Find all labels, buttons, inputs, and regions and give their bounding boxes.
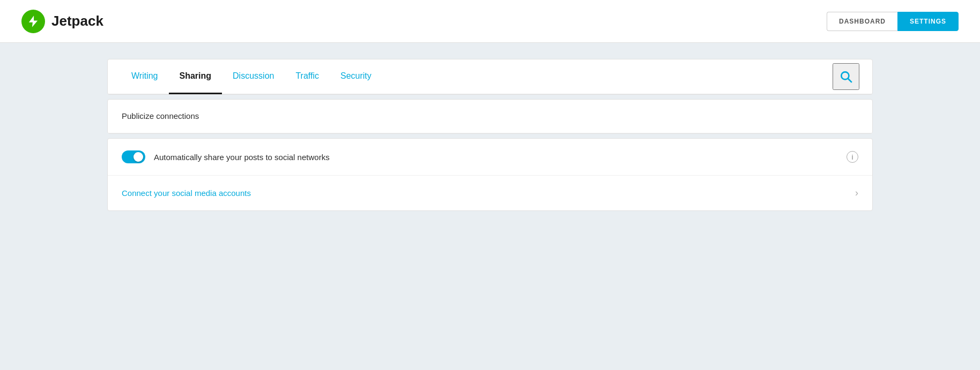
connect-social-link[interactable]: Connect your social media accounts xyxy=(122,188,855,198)
toggle-track xyxy=(122,150,145,163)
toggle-thumb xyxy=(133,152,143,162)
settings-button[interactable]: SETTINGS xyxy=(897,12,959,31)
tab-traffic[interactable]: Traffic xyxy=(285,59,330,94)
svg-point-0 xyxy=(841,72,849,79)
dashboard-button[interactable]: DASHBOARD xyxy=(827,12,897,31)
logo-area: Jetpack xyxy=(21,10,103,33)
main-content: Writing Sharing Discussion Traffic Secur… xyxy=(0,43,980,231)
svg-line-1 xyxy=(848,79,852,82)
toggle-label: Automatically share your posts to social… xyxy=(154,153,847,162)
publicize-title-card: Publicize connections xyxy=(107,99,873,134)
header-nav: DASHBOARD SETTINGS xyxy=(827,12,959,31)
auto-share-toggle[interactable] xyxy=(122,150,145,163)
header: Jetpack DASHBOARD SETTINGS xyxy=(0,0,980,43)
jetpack-bolt-icon xyxy=(26,14,40,28)
logo-text: Jetpack xyxy=(51,13,103,29)
tabs-card: Writing Sharing Discussion Traffic Secur… xyxy=(107,59,873,95)
publicize-settings-card: Automatically share your posts to social… xyxy=(107,138,873,211)
chevron-right-icon: › xyxy=(855,187,858,199)
tab-writing[interactable]: Writing xyxy=(121,59,169,94)
tabs-row: Writing Sharing Discussion Traffic Secur… xyxy=(108,59,872,94)
search-icon xyxy=(839,70,853,84)
tab-security[interactable]: Security xyxy=(330,59,382,94)
tab-sharing[interactable]: Sharing xyxy=(169,59,222,94)
section-title-row: Publicize connections xyxy=(108,100,872,133)
connect-row[interactable]: Connect your social media accounts › xyxy=(108,176,872,210)
section-title: Publicize connections xyxy=(122,111,199,120)
logo-icon xyxy=(21,10,45,33)
info-icon[interactable]: i xyxy=(847,151,858,163)
tab-discussion[interactable]: Discussion xyxy=(222,59,285,94)
toggle-row: Automatically share your posts to social… xyxy=(108,139,872,176)
search-button[interactable] xyxy=(833,63,859,90)
